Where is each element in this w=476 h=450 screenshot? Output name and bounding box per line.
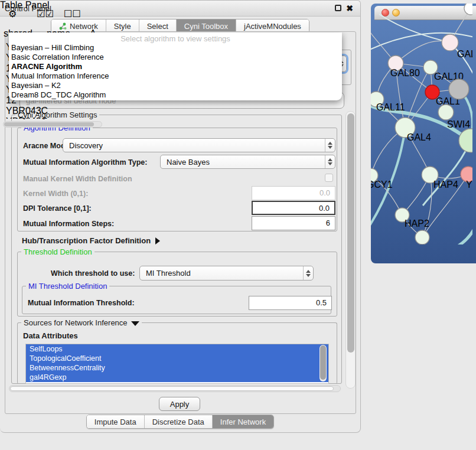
algorithm-list-item[interactable]: Bayesian – Hill Climbing (9, 43, 342, 53)
hub-factor-expander[interactable]: Hub/Transcription Factor Definition (22, 235, 160, 246)
algorithm-list-item[interactable]: Mutual Information Inference (9, 71, 342, 81)
control-panel-window: Control Panel ✖ Network Style Sel (0, 0, 361, 433)
manual-kernel-width-label: Manual Kernel Width Definition (23, 175, 132, 183)
data-attribute-item[interactable]: BetweennessCentrality (26, 363, 328, 373)
dropdown-hint-text: Select algorithm to view settings (9, 32, 342, 43)
kernel-width-field[interactable]: 0.0 (252, 186, 335, 200)
network-node-gal[interactable] (442, 34, 458, 51)
h-scrollbar-thumb[interactable] (10, 386, 334, 391)
network-node-label: GCY1 (371, 180, 393, 190)
combo-stepper-icon (325, 139, 335, 152)
tab-style[interactable]: Style (106, 19, 139, 32)
list-scrollbar[interactable] (319, 345, 327, 381)
network-canvas[interactable]: GALGAL80GAL10GAL1GAL11SWI4GAL4GCY1HAP4YH… (371, 4, 472, 247)
network-edge[interactable] (379, 14, 450, 43)
which-threshold-label: Which threshold to use: (51, 269, 135, 278)
table-settings-gear-icon[interactable]: ⚙ (8, 8, 17, 19)
mi-threshold-label: Mutual Information Threshold: (28, 299, 135, 307)
table-cell: YBR043C (4, 116, 50, 119)
algorithm-list: Bayesian – Hill ClimbingBasic Correlatio… (9, 43, 342, 100)
algorithm-dropdown-popup: Select algorithm to view settings Bayesi… (9, 32, 342, 100)
mi-algorithm-type-label: Mutual Information Algorithm Type: (23, 158, 147, 167)
tab-impute-data[interactable]: Impute Data (87, 415, 144, 428)
algorithm-list-item[interactable]: Basic Correlation Inference (9, 53, 342, 62)
network-graph: GALGAL80GAL10GAL1GAL11SWI4GAL4GCY1HAP4YH… (371, 4, 472, 244)
network-node[interactable] (449, 79, 469, 99)
cyni-toolbox-panel: gal-filtered sif default node Select alg… (5, 31, 356, 414)
tab-cyni-toolbox[interactable]: Cyni Toolbox (176, 19, 236, 32)
algorithm-list-item[interactable]: Dream8 DC_TDC Algorithm (9, 90, 342, 100)
tab-select[interactable]: Select (139, 19, 176, 32)
combo-stepper-icon (303, 266, 313, 280)
table-cell: YBR043C (4, 106, 50, 116)
close-icon[interactable]: ✖ (346, 5, 353, 12)
network-node[interactable] (415, 230, 429, 244)
settings-horizontal-scrollbar[interactable] (9, 385, 341, 392)
tab-discretize-data[interactable]: Discretize Data (144, 415, 212, 428)
tab-jactivemnodules[interactable]: jActiveMNodules (236, 19, 309, 32)
data-attribute-item[interactable]: SelfLoops (26, 344, 328, 354)
mi-threshold-field[interactable]: 0.5 (249, 296, 332, 310)
table-toolbar: ⚙ ☑☑ ☐☐ (8, 8, 91, 19)
which-threshold-combobox[interactable]: MI Threshold (139, 266, 314, 281)
mi-threshold-title: MI Threshold Definition (26, 282, 109, 291)
network-node-label: HAP2 (405, 219, 429, 229)
combo-stepper-icon (325, 155, 335, 168)
expander-expanded-icon (131, 321, 139, 326)
float-window-icon[interactable] (335, 5, 341, 11)
kernel-width-label: Kernel Width (0,1): (23, 190, 88, 198)
deselect-all-checkboxes-icon[interactable]: ☐☐ (64, 8, 81, 19)
table-horizontal-scrollbar[interactable] (3, 121, 102, 128)
list-scrollbar-thumb[interactable] (320, 345, 326, 380)
data-attributes-list[interactable]: SelfLoopsTopologicalCoefficientBetweenne… (25, 344, 329, 384)
select-all-checkboxes-icon[interactable]: ☑☑ (37, 8, 54, 19)
algorithm-list-item[interactable]: ARACNE Algorithm (9, 62, 342, 71)
algorithm-list-item[interactable]: Bayesian – K2 (9, 81, 342, 90)
aracne-mode-combobox[interactable]: Discovery (63, 138, 335, 152)
mi-steps-field[interactable]: 6 (252, 216, 335, 230)
tab-infer-network[interactable]: Infer Network (212, 415, 273, 428)
sources-group-title[interactable]: Sources for Network Inference (21, 318, 142, 327)
table-h-scrollbar-thumb[interactable] (4, 122, 94, 126)
application-window: Control Panel ✖ Network Style Sel (0, 0, 476, 450)
network-node[interactable] (464, 4, 472, 15)
network-node-swi4[interactable] (438, 105, 454, 120)
network-node-label: HAP4 (433, 180, 458, 190)
network-view-window: GALGAL80GAL10GAL1GAL11SWI4GAL4GCY1HAP4YH… (371, 4, 476, 263)
dpi-tolerance-label: DPI Tolerance [0,1]: (23, 204, 92, 213)
manual-kernel-width-checkbox[interactable] (325, 174, 333, 182)
data-attributes-label: Data Attributes (23, 331, 78, 340)
data-attribute-item[interactable]: gal4RGexp (26, 373, 328, 382)
network-node-label: GAL80 (390, 68, 420, 78)
settings-vertical-scrollbar[interactable] (345, 111, 356, 389)
mi-steps-label: Mutual Information Steps: (23, 220, 114, 228)
network-node-label: SWI4 (447, 119, 470, 129)
network-node-label: GAL11 (376, 102, 405, 112)
network-node-label: GAL (457, 49, 472, 59)
network-node-label: Y (466, 180, 472, 190)
bottom-tabbar: Impute Data Discretize Data Infer Networ… (0, 415, 360, 429)
threshold-definition-title: Threshold Definition (21, 247, 94, 256)
network-node-label: GAL4 (407, 132, 431, 142)
dpi-tolerance-field[interactable]: 0.0 (252, 201, 335, 215)
table-row[interactable]: YBR043CYBR043C (4, 106, 103, 119)
apply-button[interactable]: Apply (159, 397, 200, 411)
mi-algorithm-type-combobox[interactable]: Naive Bayes (160, 155, 335, 169)
scrollbar-thumb[interactable] (347, 113, 354, 353)
expander-collapsed-icon (155, 237, 160, 244)
data-attribute-item[interactable]: TopologicalCoefficient (26, 354, 328, 363)
